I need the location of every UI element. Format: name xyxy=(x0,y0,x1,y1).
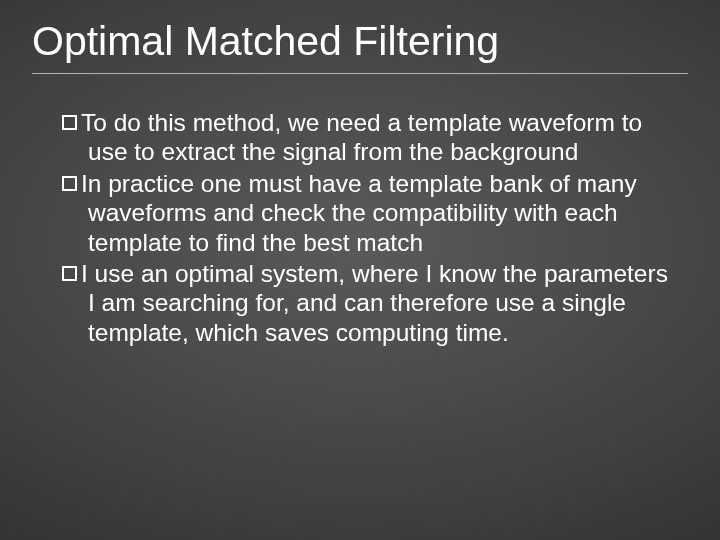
slide-title: Optimal Matched Filtering xyxy=(32,18,688,74)
checkbox-icon xyxy=(62,115,77,130)
slide-body: To do this method, we need a template wa… xyxy=(62,108,680,349)
bullet-text: I use an optimal system, where I know th… xyxy=(81,260,668,346)
bullet-text: To do this method, we need a template wa… xyxy=(81,109,642,165)
bullet-text: In practice one must have a template ban… xyxy=(81,170,637,256)
checkbox-icon xyxy=(62,266,77,281)
bullet-item: In practice one must have a template ban… xyxy=(62,169,680,257)
bullet-item: I use an optimal system, where I know th… xyxy=(62,259,680,347)
slide: Optimal Matched Filtering To do this met… xyxy=(0,0,720,540)
checkbox-icon xyxy=(62,176,77,191)
bullet-item: To do this method, we need a template wa… xyxy=(62,108,680,167)
